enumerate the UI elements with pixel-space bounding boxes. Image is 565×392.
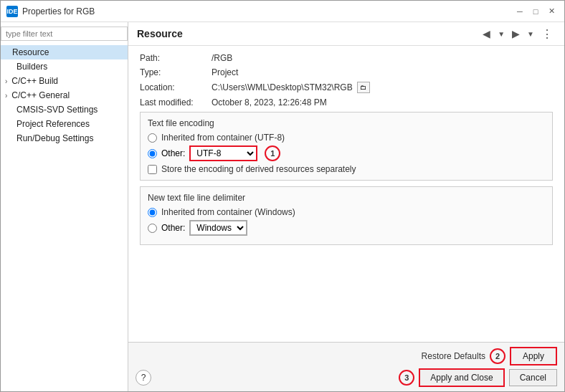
sidebar-item-project-references[interactable]: Project References — [1, 117, 128, 131]
path-value: /RGB — [212, 53, 232, 63]
main-header: Resource ◀ ▼ ▶ ▼ ⋮ — [128, 22, 564, 46]
store-encoding-row: Store the encoding of derived resources … — [148, 164, 545, 174]
location-label: Location: — [140, 82, 212, 92]
bottom-bar: Restore Defaults 2 Apply ? 3 Apply and C… — [128, 342, 564, 391]
line-delimiter-dropdown[interactable]: Windows Unix Mac — [189, 220, 247, 236]
chevron-icon: › — [5, 77, 7, 85]
help-button[interactable]: ? — [136, 370, 151, 386]
text-encoding-section: Text file encoding Inherited from contai… — [140, 112, 553, 181]
last-modified-label: Last modified: — [140, 97, 212, 107]
back-button[interactable]: ◀ — [480, 27, 493, 41]
other-encoding-label: Other: — [161, 148, 185, 158]
inherited-utf8-row: Inherited from container (UTF-8) — [148, 133, 545, 143]
minimize-button[interactable]: ─ — [513, 5, 527, 18]
bottom-right: 3 Apply and Close Cancel — [399, 368, 557, 387]
bottom-row2: ? 3 Apply and Close Cancel — [136, 368, 557, 387]
window-title: Properties for RGB — [22, 6, 95, 16]
line-delimiter-title: New text file line delimiter — [148, 193, 545, 203]
inherited-windows-radio[interactable] — [148, 208, 157, 217]
type-label: Type: — [140, 67, 212, 77]
main-window: IDE Properties for RGB ─ □ ✕ Resource Bu… — [0, 0, 565, 392]
forward-down-button[interactable]: ▼ — [524, 29, 537, 39]
apply-button[interactable]: Apply — [510, 347, 557, 365]
header-nav: ◀ ▼ ▶ ▼ ⋮ — [480, 27, 556, 41]
down-button[interactable]: ▼ — [495, 29, 508, 39]
restore-defaults-label: Restore Defaults — [422, 351, 485, 361]
bottom-left: ? — [136, 370, 151, 386]
text-encoding-title: Text file encoding — [148, 118, 545, 128]
cancel-button[interactable]: Cancel — [509, 369, 557, 386]
store-encoding-checkbox[interactable] — [148, 165, 157, 174]
store-encoding-label: Store the encoding of derived resources … — [161, 164, 356, 174]
line-delimiter-section: New text file line delimiter Inherited f… — [140, 186, 553, 245]
sidebar-item-cpp-general[interactable]: › C/C++ General — [1, 88, 128, 102]
badge-1: 1 — [265, 145, 280, 161]
path-row: Path: /RGB — [140, 53, 553, 63]
inherited-windows-row: Inherited from container (Windows) — [148, 207, 545, 217]
maximize-button[interactable]: □ — [528, 5, 543, 18]
sidebar-item-cmsis[interactable]: CMSIS-SVD Settings — [1, 102, 128, 117]
other-line-row: Other: Windows Unix Mac — [148, 220, 545, 236]
location-row: Location: C:\Users\WML\Desktop\STM32\RGB… — [140, 82, 553, 93]
sidebar-item-resource[interactable]: Resource — [1, 45, 128, 59]
location-value: C:\Users\WML\Desktop\STM32\RGB — [212, 82, 353, 92]
other-encoding-radio[interactable] — [148, 149, 157, 158]
forward-button[interactable]: ▶ — [509, 27, 523, 41]
encoding-dropdown[interactable]: UTF-8 UTF-16 ISO-8859-1 — [189, 145, 257, 161]
inherited-windows-label: Inherited from container (Windows) — [161, 207, 295, 217]
sidebar: Resource Builders › C/C++ Build › C/C++ … — [1, 22, 128, 391]
panel-title: Resource — [137, 28, 183, 39]
content-area: Resource Builders › C/C++ Build › C/C++ … — [1, 22, 564, 391]
apply-and-close-button[interactable]: Apply and Close — [419, 368, 504, 387]
other-line-radio[interactable] — [148, 224, 157, 233]
sidebar-item-builders[interactable]: Builders — [1, 59, 128, 74]
chevron-icon: › — [5, 92, 7, 100]
sidebar-item-run-debug[interactable]: Run/Debug Settings — [1, 131, 128, 145]
bottom-row1: Restore Defaults 2 Apply — [136, 347, 557, 365]
other-line-label: Other: — [161, 223, 185, 233]
type-row: Type: Project — [140, 67, 553, 77]
type-value: Project — [212, 67, 238, 77]
title-bar-left: IDE Properties for RGB — [6, 6, 95, 17]
location-folder-icon[interactable]: 🗀 — [357, 82, 370, 93]
last-modified-row: Last modified: October 8, 2023, 12:26:48… — [140, 97, 553, 107]
filter-input[interactable] — [1, 27, 128, 41]
badge-3: 3 — [399, 370, 414, 386]
inherited-utf8-radio[interactable] — [148, 133, 157, 143]
close-button[interactable]: ✕ — [544, 5, 559, 18]
inherited-utf8-label: Inherited from container (UTF-8) — [161, 133, 285, 143]
sidebar-item-cpp-build[interactable]: › C/C++ Build — [1, 74, 128, 88]
main-body: Path: /RGB Type: Project Location: C:\Us… — [128, 46, 564, 342]
app-icon: IDE — [6, 6, 18, 17]
title-controls: ─ □ ✕ — [513, 5, 559, 18]
other-encoding-row: Other: UTF-8 UTF-16 ISO-8859-1 1 — [148, 145, 545, 161]
path-label: Path: — [140, 53, 212, 63]
title-bar: IDE Properties for RGB ─ □ ✕ — [1, 1, 564, 22]
badge-2: 2 — [490, 348, 505, 364]
more-options-icon[interactable]: ⋮ — [538, 27, 556, 41]
main-panel: Resource ◀ ▼ ▶ ▼ ⋮ Path: /RGB Type: — [128, 22, 564, 391]
last-modified-value: October 8, 2023, 12:26:48 PM — [212, 97, 327, 107]
